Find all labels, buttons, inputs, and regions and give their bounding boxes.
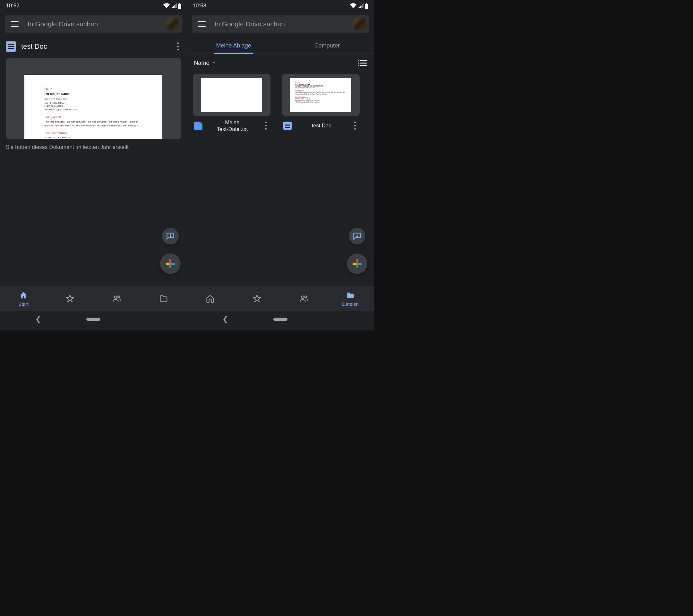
feedback-fab[interactable] — [349, 228, 365, 244]
nav-files[interactable] — [140, 286, 187, 311]
svg-point-5 — [357, 236, 357, 237]
back-button[interactable]: ❮ — [222, 315, 228, 323]
home-pill[interactable] — [273, 318, 288, 321]
files-grid: Meine Text-Datei.txt Hallo Ich bin Ihr N… — [187, 74, 374, 132]
docs-icon — [6, 41, 16, 52]
menu-icon[interactable] — [198, 21, 206, 27]
plus-icon — [353, 259, 361, 268]
battery-icon — [178, 3, 181, 9]
status-time: 10:52 — [6, 3, 20, 9]
suggestion-caption: Sie haben dieses Dokument im letzten Jah… — [6, 144, 181, 151]
nav-home[interactable]: Start — [0, 286, 47, 311]
file-more-button[interactable] — [352, 119, 358, 132]
plus-icon — [166, 259, 175, 268]
suggestion-title[interactable]: test Doc — [21, 42, 170, 51]
nav-starred[interactable] — [47, 286, 94, 311]
home-pill[interactable] — [86, 318, 100, 321]
bottom-nav: Dateien — [187, 286, 374, 311]
wifi-icon — [350, 3, 356, 8]
file-thumb — [193, 74, 271, 116]
search-placeholder: In Google Drive suchen — [27, 20, 165, 28]
signal-icon — [171, 3, 177, 8]
status-bar: 10:52 — [0, 0, 187, 12]
arrow-up-icon: ↑ — [213, 60, 216, 66]
tab-computer[interactable]: Computer — [280, 38, 374, 54]
file-name: Meine Text-Datei.txt — [206, 119, 259, 132]
nav-files[interactable]: Dateien — [327, 286, 374, 311]
file-more-button[interactable] — [262, 119, 269, 132]
svg-point-3 — [118, 296, 120, 298]
nav-starred[interactable] — [234, 286, 280, 311]
tab-my-drive[interactable]: Meine Ablage — [187, 38, 280, 54]
search-bar[interactable]: In Google Drive suchen — [5, 15, 182, 33]
nav-home[interactable] — [187, 286, 234, 311]
signal-icon — [358, 3, 363, 8]
nav-shared[interactable] — [93, 286, 140, 311]
status-time: 10:53 — [193, 3, 206, 9]
create-fab[interactable] — [160, 254, 181, 274]
battery-icon — [365, 3, 368, 9]
more-options-button[interactable] — [175, 40, 181, 53]
wifi-icon — [163, 3, 170, 8]
fab-column — [160, 228, 181, 274]
docs-icon — [283, 122, 292, 130]
svg-point-2 — [114, 296, 117, 298]
feedback-fab[interactable] — [162, 228, 179, 244]
fab-column — [347, 228, 368, 274]
file-name: test Doc — [295, 122, 349, 129]
status-bar: 10:53 — [187, 0, 374, 12]
account-avatar[interactable] — [165, 17, 180, 32]
search-placeholder: In Google Drive suchen — [215, 20, 352, 28]
nav-shared[interactable] — [280, 286, 327, 311]
file-icon — [194, 122, 202, 130]
bottom-nav: Start — [0, 286, 187, 311]
svg-point-1 — [170, 236, 171, 237]
search-bar[interactable]: In Google Drive suchen — [192, 15, 369, 33]
svg-point-7 — [304, 296, 306, 298]
status-icons — [163, 3, 181, 9]
suggestion-header: test Doc — [0, 38, 187, 57]
document-preview[interactable]: Hallo Ich bin Ihr Name IHRE STRASSE 123 … — [6, 58, 181, 139]
account-avatar[interactable] — [352, 17, 367, 32]
android-nav-bar: ❮ — [187, 314, 374, 324]
sort-row: Name ↑ — [187, 54, 374, 74]
status-icons — [350, 3, 368, 9]
screenshot-right-files: 10:53 In Google Drive suchen Meine Ablag… — [187, 0, 374, 331]
drive-tabs: Meine Ablage Computer — [187, 38, 374, 54]
file-card-txt[interactable]: Meine Text-Datei.txt — [193, 74, 271, 132]
file-card-doc[interactable]: Hallo Ich bin Ihr Name IHRE STRASSE 123 … — [282, 74, 360, 132]
android-nav-bar: ❮ — [0, 314, 187, 324]
view-toggle-button[interactable] — [358, 60, 367, 66]
menu-icon[interactable] — [11, 21, 19, 27]
sort-button[interactable]: Name ↑ — [194, 60, 216, 66]
back-button[interactable]: ❮ — [35, 315, 41, 323]
svg-point-6 — [301, 296, 304, 298]
create-fab[interactable] — [347, 254, 368, 274]
file-thumb: Hallo Ich bin Ihr Name IHRE STRASSE 123 … — [282, 74, 360, 116]
screenshot-left-home: 10:52 In Google Drive suchen test Doc Ha… — [0, 0, 187, 331]
preview-page: Hallo Ich bin Ihr Name IHRE STRASSE 123 … — [24, 75, 162, 139]
